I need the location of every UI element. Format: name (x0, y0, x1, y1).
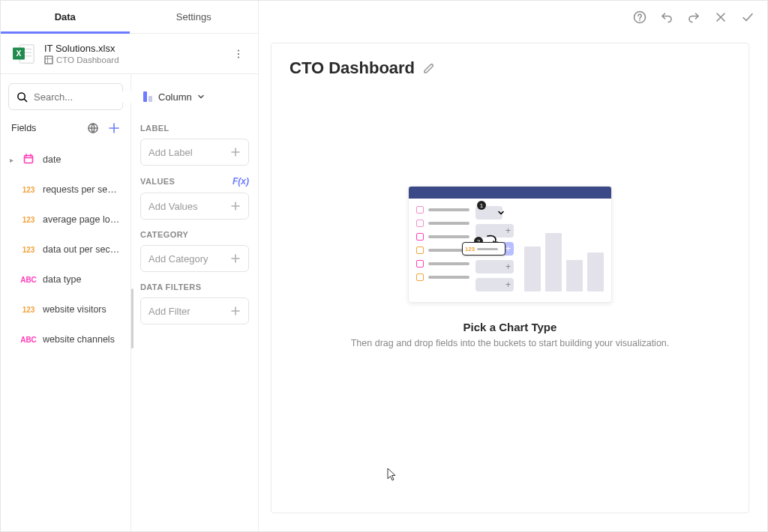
help-button[interactable] (629, 7, 650, 28)
bucket-values-drop[interactable]: Add Values (140, 193, 249, 220)
svg-text:X: X (16, 49, 22, 58)
dashboard-title-row: CTO Dashboard (272, 43, 748, 81)
fields-header-label: Fields (11, 123, 84, 133)
bucket-values-placeholder: Add Values (148, 201, 230, 212)
bucket-label-placeholder: Add Label (148, 147, 230, 158)
tab-data[interactable]: Data (1, 1, 130, 33)
cursor-icon (387, 468, 398, 481)
svg-point-11 (238, 56, 239, 58)
dashboard-title: CTO Dashboard (290, 58, 415, 78)
svg-point-20 (639, 19, 640, 21)
field-item[interactable]: ▸123data out per sec… (1, 235, 130, 265)
file-more-button[interactable] (230, 45, 248, 63)
sheet-name: CTO Dashboard (56, 55, 119, 64)
scroll-indicator (131, 288, 134, 348)
bucket-filters-drop[interactable]: Add Filter (140, 297, 249, 324)
file-name: IT Solutions.xlsx (44, 43, 230, 54)
more-vertical-icon (233, 49, 244, 59)
fx-button[interactable]: F(x) (232, 176, 249, 187)
search-icon (16, 91, 28, 103)
svg-rect-6 (45, 56, 52, 64)
app-root: Data Settings X IT Solutions.xlsx (0, 0, 768, 532)
field-item[interactable]: ▸123requests per se… (1, 175, 130, 205)
bucket-filters-placeholder: Add Filter (148, 306, 230, 317)
field-name: website channels (43, 334, 115, 345)
file-sheet: CTO Dashboard (44, 55, 230, 64)
field-name: date (43, 154, 61, 165)
fields-header: Fields (1, 119, 130, 140)
empty-state-illustration: 1 + 2 123 + (408, 186, 612, 303)
left-panel: Data Settings X IT Solutions.xlsx (1, 1, 259, 531)
fields-list: ▸date▸123requests per se…▸123average pag… (1, 140, 130, 354)
bucket-category-title: CATEGORY (140, 230, 249, 239)
plus-icon (230, 201, 241, 211)
svg-point-9 (238, 49, 239, 51)
bucket-label: LABEL Add Label (140, 124, 249, 166)
main-panel: CTO Dashboard (259, 1, 767, 531)
bucket-values: VALUES F(x) Add Values (140, 176, 249, 220)
chart-type-selector[interactable]: Column (139, 83, 250, 110)
field-item[interactable]: ▸123average page lo… (1, 205, 130, 235)
bucket-label-drop[interactable]: Add Label (140, 139, 249, 166)
add-field-button[interactable] (105, 119, 123, 137)
panel-columns: Fields ▸date▸123requests per se…▸123aver… (1, 74, 258, 531)
top-action-bar (259, 1, 767, 34)
field-item[interactable]: ▸ABCwebsite channels (1, 324, 130, 354)
bucket-category-placeholder: Add Category (148, 253, 230, 265)
calendar-icon (23, 154, 34, 164)
edit-title-button[interactable] (422, 61, 436, 75)
tab-settings[interactable]: Settings (130, 1, 259, 33)
chevron-down-icon (497, 209, 505, 217)
field-name: average page lo… (43, 214, 119, 225)
dashboard-stage: CTO Dashboard (271, 43, 749, 513)
svg-point-10 (238, 52, 239, 54)
field-item[interactable]: ▸ABCdata type (1, 265, 130, 294)
bucket-values-title: VALUES (140, 177, 232, 186)
undo-icon (660, 10, 674, 24)
fields-settings-button[interactable] (84, 119, 102, 137)
field-item[interactable]: ▸date (1, 145, 130, 175)
field-name: website visitors (43, 304, 106, 315)
undo-button[interactable] (656, 7, 677, 28)
excel-file-icon: X (13, 43, 35, 64)
chart-type-label: Column (158, 91, 192, 103)
close-icon (715, 11, 727, 23)
confirm-button[interactable] (737, 7, 758, 28)
bucket-filters-title: DATA FILTERS (140, 282, 249, 291)
redo-icon (687, 10, 700, 24)
bucket-label-title: LABEL (140, 124, 249, 133)
bucket-filters: DATA FILTERS Add Filter (140, 282, 249, 324)
globe-icon (87, 122, 99, 134)
field-name: data type (43, 274, 81, 285)
chevron-down-icon (196, 92, 206, 101)
redo-button[interactable] (683, 7, 704, 28)
plus-icon (230, 253, 241, 264)
bucket-category: CATEGORY Add Category (140, 230, 249, 272)
close-button[interactable] (710, 7, 731, 28)
svg-line-13 (24, 99, 26, 101)
empty-state: 1 + 2 123 + (272, 81, 748, 513)
svg-rect-15 (25, 156, 33, 163)
chevron-right-icon: ▸ (10, 156, 17, 164)
field-item[interactable]: ▸123website visitors (1, 294, 130, 324)
tab-bar: Data Settings (1, 1, 258, 34)
plus-icon (230, 147, 241, 157)
fields-column: Fields ▸date▸123requests per se…▸123aver… (1, 74, 131, 531)
search-box[interactable] (8, 83, 123, 110)
field-name: data out per sec… (43, 244, 119, 255)
bucket-category-drop[interactable]: Add Category (140, 245, 249, 272)
field-name: requests per se… (43, 184, 117, 195)
empty-state-title: Pick a Chart Type (464, 321, 557, 333)
check-icon (741, 10, 754, 24)
plus-icon (108, 122, 120, 134)
column-chart-icon (143, 91, 152, 102)
sheet-icon (44, 55, 53, 64)
help-icon (633, 10, 646, 24)
buckets-column: Column LABEL Add Label VALUES F(x) (131, 74, 258, 531)
file-row: X IT Solutions.xlsx CTO Dashboard (1, 34, 258, 74)
empty-state-subtitle: Then drag and drop fields into the bucke… (351, 338, 670, 348)
plus-icon (230, 306, 241, 316)
